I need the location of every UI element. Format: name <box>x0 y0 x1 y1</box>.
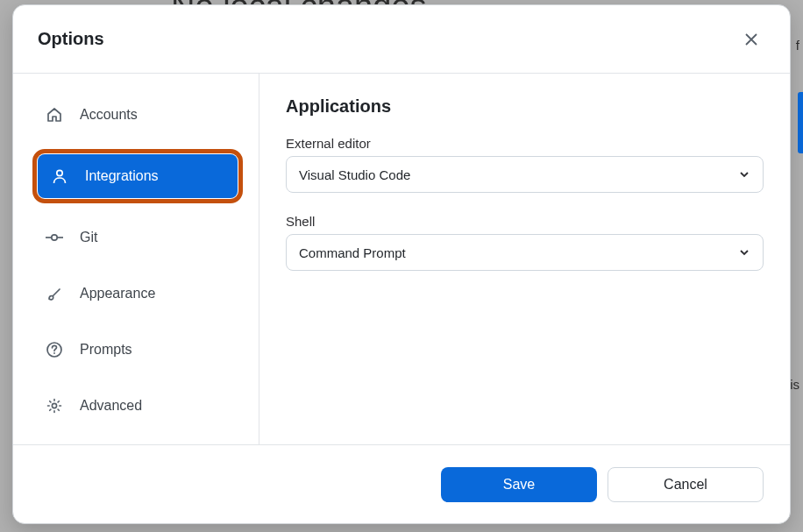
person-icon <box>50 167 69 186</box>
svg-point-5 <box>53 352 55 354</box>
dialog-title: Options <box>38 29 104 49</box>
dialog-header: Options <box>13 5 790 74</box>
sidebar-item-label: Prompts <box>80 342 132 358</box>
sidebar-item-git[interactable]: Git <box>32 216 243 259</box>
sidebar-item-label: Integrations <box>85 168 159 184</box>
svg-point-6 <box>52 403 56 408</box>
sidebar-item-prompts[interactable]: Prompts <box>32 328 243 372</box>
svg-point-0 <box>57 170 62 175</box>
home-icon <box>45 105 64 124</box>
sidebar-item-advanced[interactable]: Advanced <box>32 384 243 428</box>
sidebar-item-label: Accounts <box>80 107 138 123</box>
gear-icon <box>45 396 64 415</box>
background-fragment: is <box>790 377 799 392</box>
paintbrush-icon <box>45 284 64 303</box>
external-editor-select[interactable]: Visual Studio Code <box>286 156 764 193</box>
question-icon <box>45 340 64 359</box>
content-pane: Applications External editor Visual Stud… <box>259 74 790 444</box>
close-icon <box>745 33 757 46</box>
sidebar-item-label: Advanced <box>80 398 142 414</box>
sidebar-item-accounts[interactable]: Accounts <box>32 93 243 137</box>
background-fragment: f <box>796 38 799 53</box>
chevron-down-icon <box>738 246 750 259</box>
background-accent <box>798 92 803 153</box>
close-button[interactable] <box>737 25 765 53</box>
svg-point-1 <box>52 235 57 240</box>
select-value: Command Prompt <box>299 245 406 260</box>
cancel-button[interactable]: Cancel <box>608 467 764 502</box>
shell-select[interactable]: Command Prompt <box>286 234 764 271</box>
dialog-body: Accounts Integrations Git <box>13 74 790 444</box>
select-value: Visual Studio Code <box>299 167 410 182</box>
sidebar-item-label: Git <box>80 230 97 245</box>
sidebar-item-appearance[interactable]: Appearance <box>32 272 243 316</box>
options-dialog: Options Accounts Integrations <box>12 4 791 524</box>
dialog-footer: Save Cancel <box>13 444 790 523</box>
chevron-down-icon <box>738 168 750 181</box>
sidebar-item-highlight: Integrations <box>32 149 243 203</box>
section-heading: Applications <box>286 96 764 117</box>
sidebar-item-label: Appearance <box>80 286 155 301</box>
sidebar-item-integrations[interactable]: Integrations <box>38 154 238 198</box>
commit-icon <box>45 228 64 247</box>
external-editor-label: External editor <box>286 136 764 151</box>
sidebar: Accounts Integrations Git <box>13 74 259 444</box>
shell-label: Shell <box>286 214 764 229</box>
save-button[interactable]: Save <box>441 467 597 502</box>
